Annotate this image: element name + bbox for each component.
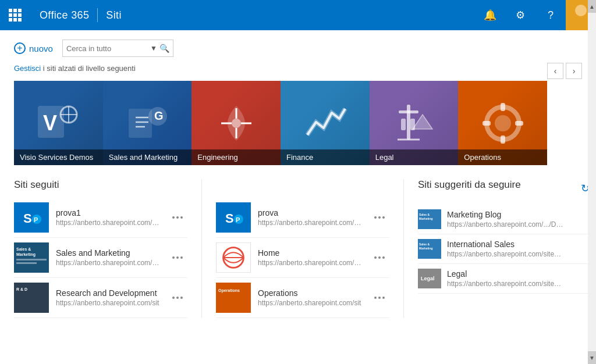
gestisci-link[interactable]: Gestisci (14, 64, 41, 73)
site-thumb-prova1: S P (14, 202, 49, 233)
tile-visio-services[interactable]: V Visio Services Demos (14, 81, 103, 165)
site-url: https://anberto.sharepoint.com/sit (258, 299, 363, 307)
svg-text:Marketing: Marketing (419, 247, 433, 250)
svg-rect-20 (407, 105, 410, 140)
svg-text:Marketing: Marketing (16, 252, 36, 257)
svg-text:Marketing: Marketing (419, 217, 433, 220)
svg-text:R & D: R & D (16, 287, 27, 291)
tile-operations[interactable]: Operations (458, 81, 547, 165)
suggested-header: Siti suggeriti da seguire ↻ (418, 179, 590, 198)
svg-rect-21 (399, 110, 418, 113)
featured-next-button[interactable]: › (566, 63, 582, 79)
tile-engineering-label: Engineering (191, 149, 281, 165)
tile-finance-label: Finance (281, 149, 370, 165)
bell-icon: 🔔 (484, 9, 496, 22)
suggested-title: Siti suggeriti da seguire (418, 179, 521, 191)
svg-text:S: S (225, 211, 234, 226)
svg-text:V: V (43, 111, 57, 135)
sugg-thumb-legal: Legal (418, 269, 441, 288)
featured-tiles: V Visio Services Demos G S (14, 81, 547, 165)
site-info: Sales and Marketing https://anberto.shar… (56, 248, 161, 267)
brand-area: Office 365 Siti (30, 8, 131, 22)
waffle-icon (9, 9, 22, 22)
list-item[interactable]: Home https://anberto.sharepoint.com/si..… (216, 238, 389, 278)
contoso-thumb (217, 242, 250, 273)
site-name: Home (258, 248, 363, 258)
operations-icon (480, 100, 526, 147)
suggested-sites-section: Siti suggeriti da seguire ↻ Sales & Mark… (403, 179, 590, 318)
tile-engineering[interactable]: Engineering (191, 81, 281, 165)
list-item[interactable]: Operations Operations https://anberto.sh… (216, 278, 389, 318)
list-item[interactable]: Legal Legal https://anberto.sharepoint.c… (418, 264, 590, 294)
svg-rect-29 (483, 121, 491, 126)
site-info: Operations https://anberto.sharepoint.co… (258, 288, 363, 307)
gestisci-line: Gestisci i siti alzati di livello seguen… (14, 64, 582, 73)
list-item[interactable]: R & D Research and Development https://a… (14, 278, 187, 318)
site-thumb-salesmarketing: Sales & Marketing (14, 242, 49, 273)
gear-icon: ⚙ (516, 9, 525, 22)
svg-rect-28 (501, 135, 505, 144)
sugg-url: https://anberto.sharepoint.com/sites/...… (447, 250, 563, 258)
list-item[interactable]: Sales & Marketing Sales and Marketing ht… (14, 238, 187, 278)
brand-divider (97, 8, 98, 22)
scroll-down-button[interactable]: ▼ (588, 351, 596, 364)
site-options-button[interactable] (168, 256, 187, 259)
search-input[interactable] (66, 44, 148, 53)
site-options-button[interactable] (168, 216, 187, 219)
tile-sales-marketing[interactable]: G Sales and Marketing (103, 81, 192, 165)
suggested-list: Sales & Marketing Marketing Blog https:/… (418, 205, 590, 294)
help-button[interactable]: ? (535, 0, 566, 30)
tile-finance[interactable]: Finance (281, 81, 370, 165)
site-options-button[interactable] (370, 297, 389, 299)
svg-rect-30 (515, 121, 523, 126)
site-url: https://anberto.sharepoint.com/si... (258, 259, 363, 267)
nuovo-button[interactable]: + nuovo (14, 42, 53, 54)
help-icon: ? (548, 9, 554, 22)
svg-text:Operations: Operations (218, 288, 240, 293)
search-box: ▼ 🔍 (62, 40, 173, 57)
site-name: Sales and Marketing (56, 248, 161, 258)
list-item[interactable]: S P prova https://anberto.sharepoint.com… (216, 198, 389, 238)
site-name: Research and Development (56, 288, 161, 298)
engineering-icon (213, 100, 260, 147)
site-info: Home https://anberto.sharepoint.com/si..… (258, 248, 363, 267)
notifications-button[interactable]: 🔔 (475, 0, 505, 30)
list-item[interactable]: S P prova1 https://anberto.sharepoint.co… (14, 198, 187, 238)
svg-text:P: P (34, 216, 38, 223)
visio-icon: V (35, 100, 81, 147)
site-url: https://anberto.sharepoint.com/sit... (56, 259, 161, 267)
topnav-right-area: 🔔 ⚙ ? (475, 0, 596, 30)
legal-icon (391, 100, 437, 147)
search-button[interactable]: 🔍 (159, 44, 169, 53)
nuovo-label: nuovo (29, 44, 53, 53)
tile-legal[interactable]: Legal (370, 81, 459, 165)
featured-prev-button[interactable]: ‹ (547, 63, 563, 79)
svg-rect-22 (401, 119, 406, 130)
site-options-button[interactable] (370, 216, 389, 219)
gestisci-rest: i siti alzati di livello seguenti (41, 64, 136, 73)
sales-marketing-icon: G (124, 100, 171, 147)
svg-text:Sales &: Sales & (419, 213, 430, 216)
settings-button[interactable]: ⚙ (505, 0, 535, 30)
site-options-button[interactable] (370, 256, 389, 259)
list-item[interactable]: Sales & Marketing International Sales ht… (418, 234, 590, 264)
sections-row: Siti seguiti S P prova1 https://anberto.… (14, 179, 582, 318)
search-dropdown-arrow[interactable]: ▼ (150, 44, 157, 52)
svg-text:Sales &: Sales & (419, 242, 430, 246)
toolbar: + nuovo ▼ 🔍 (14, 40, 582, 57)
site-url: https://anberto.sharepoint.com/sit... (258, 219, 363, 227)
waffle-menu[interactable] (0, 0, 30, 30)
site-options-button[interactable] (168, 297, 187, 299)
svg-rect-27 (501, 103, 505, 111)
scroll-up-button[interactable]: ▲ (588, 0, 596, 13)
site-info: Research and Development https://anberto… (56, 288, 161, 307)
site-info: prova https://anberto.sharepoint.com/sit… (258, 208, 363, 227)
top-navigation: Office 365 Siti 🔔 ⚙ ? (0, 0, 596, 30)
site-name: prova1 (56, 208, 161, 217)
list-item[interactable]: Sales & Marketing Marketing Blog https:/… (418, 205, 590, 234)
finance-icon (301, 100, 348, 147)
intsales-thumb: Sales & Marketing (418, 239, 441, 259)
site-thumb-ops: Operations (216, 283, 251, 313)
sugg-info: International Sales https://anberto.shar… (447, 240, 590, 258)
svg-text:Sales &: Sales & (16, 247, 31, 251)
